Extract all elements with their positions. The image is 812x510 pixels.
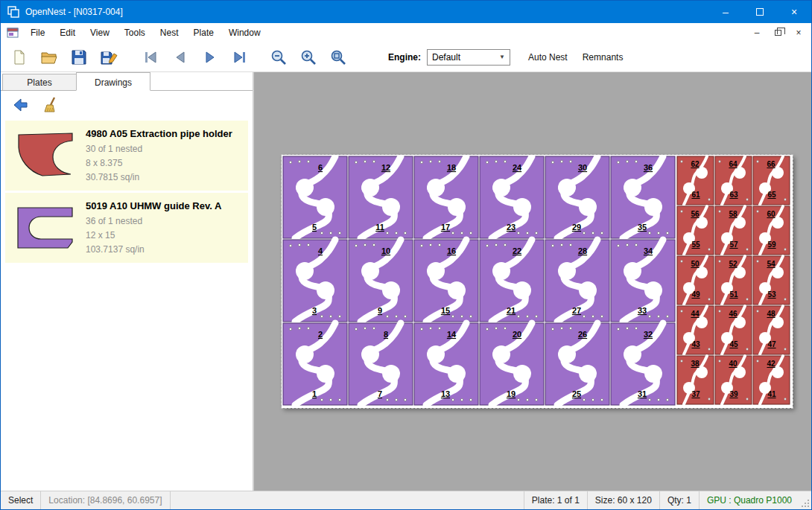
nest-svg: 6512111817242330293635431091615222128273… [282, 155, 793, 408]
part-number: 42 [767, 360, 775, 368]
nested-part-pair-red[interactable]: 4241 [753, 356, 790, 404]
nested-part-pair-purple[interactable]: 65 [283, 156, 347, 238]
new-file-icon [11, 49, 28, 66]
part-number: 16 [447, 246, 456, 255]
nested-part-pair-red[interactable]: 6665 [753, 156, 790, 205]
nested-part-pair-red[interactable]: 3837 [677, 356, 714, 404]
nested-part-pair-red[interactable]: 4039 [715, 356, 752, 404]
status-mode: Select [1, 491, 41, 509]
part-number: 1 [312, 389, 317, 398]
part-number: 51 [729, 290, 738, 299]
nested-part-pair-red[interactable]: 5453 [753, 256, 790, 305]
nested-part-pair-purple[interactable]: 109 [349, 240, 413, 322]
first-plate-button[interactable] [139, 46, 162, 68]
menu-plate[interactable]: Plate [186, 24, 221, 42]
next-plate-button[interactable] [199, 46, 221, 68]
part-number: 63 [729, 191, 738, 199]
status-gpu: GPU : Quadro P1000 [699, 491, 799, 509]
menu-window[interactable]: Window [221, 24, 268, 42]
nested-part-pair-purple[interactable]: 3231 [611, 323, 675, 405]
drawing-list-item[interactable]: 5019 A10 UHMW guide Rev. A 36 of 1 neste… [5, 193, 248, 263]
save-button[interactable] [68, 46, 90, 68]
nested-part-pair-purple[interactable]: 1211 [349, 156, 413, 238]
part-number: 30 [578, 163, 587, 172]
nested-part-pair-purple[interactable]: 21 [283, 323, 347, 405]
status-bar: Select Location: [84.8696, 60.6957] Plat… [1, 491, 811, 509]
nested-part-pair-red[interactable]: 5857 [715, 206, 752, 255]
panel-tabstrip: Plates Drawings [1, 72, 253, 91]
tab-drawings[interactable]: Drawings [76, 72, 150, 91]
maximize-button[interactable] [743, 1, 777, 23]
clear-button[interactable] [41, 95, 62, 115]
menu-tools[interactable]: Tools [117, 24, 153, 42]
part-number: 25 [572, 389, 581, 398]
send-back-button[interactable] [10, 95, 31, 115]
part-number: 45 [729, 340, 738, 348]
previous-plate-button[interactable] [169, 46, 191, 68]
previous-arrow-icon [172, 49, 188, 66]
nested-part-pair-purple[interactable]: 2423 [480, 156, 544, 238]
nested-part-pair-purple[interactable]: 2625 [545, 323, 609, 405]
part-number: 18 [447, 163, 456, 172]
nested-part-pair-purple[interactable]: 3433 [611, 240, 675, 322]
mdi-close-button[interactable]: × [792, 27, 805, 39]
nested-part-pair-purple[interactable]: 3029 [545, 156, 609, 238]
zoom-out-button[interactable] [267, 46, 290, 68]
next-arrow-icon [202, 49, 218, 66]
part-number: 38 [691, 360, 700, 368]
nested-part-pair-red[interactable]: 5049 [677, 256, 714, 305]
nested-part-pair-red[interactable]: 6261 [677, 156, 714, 205]
part-number: 15 [441, 306, 450, 315]
mdi-document-icon[interactable] [7, 27, 19, 39]
engine-dropdown[interactable]: Default ▼ [427, 49, 510, 66]
nested-part-pair-red[interactable]: 4443 [677, 306, 714, 354]
save-as-button[interactable] [98, 46, 120, 68]
menu-file[interactable]: File [23, 24, 52, 42]
nest-canvas-area[interactable]: 6512111817242330293635431091615222128273… [254, 72, 811, 491]
nested-part-pair-red[interactable]: 4847 [753, 306, 790, 354]
zoom-in-button[interactable] [297, 46, 320, 68]
open-folder-icon [40, 49, 58, 66]
part-number: 53 [767, 290, 776, 299]
menu-view[interactable]: View [83, 24, 117, 42]
plate[interactable]: 6512111817242330293635431091615222128273… [282, 155, 793, 408]
close-button[interactable]: × [777, 1, 811, 23]
nested-part-pair-red[interactable]: 4645 [715, 306, 752, 354]
main-toolbar: Engine: Default ▼ Auto Nest Remnants [1, 42, 811, 72]
resize-grip[interactable] [799, 491, 811, 509]
last-plate-button[interactable] [229, 46, 251, 68]
open-button[interactable] [38, 46, 60, 68]
part-number: 59 [767, 240, 776, 249]
nested-part-pair-red[interactable]: 6463 [715, 156, 752, 205]
tab-plates[interactable]: Plates [2, 74, 77, 90]
part-number: 50 [691, 260, 700, 268]
nested-part-pair-purple[interactable]: 2019 [480, 323, 544, 405]
nested-part-pair-purple[interactable]: 2221 [480, 240, 544, 322]
nested-part-pair-red[interactable]: 5655 [677, 206, 714, 255]
nested-part-pair-purple[interactable]: 1615 [414, 240, 478, 322]
nested-part-pair-purple[interactable]: 2827 [545, 240, 609, 322]
nested-part-pair-purple[interactable]: 87 [349, 323, 413, 405]
menu-nest[interactable]: Nest [153, 24, 186, 42]
mdi-minimize-button[interactable]: – [750, 27, 764, 39]
minimize-button[interactable]: – [708, 1, 743, 23]
drawing-list-item[interactable]: 4980 A05 Extraction pipe holder 30 of 1 … [5, 121, 248, 191]
mdi-restore-button[interactable] [771, 27, 784, 39]
zoom-fit-button[interactable] [327, 46, 349, 68]
nested-part-pair-purple[interactable]: 43 [283, 240, 347, 322]
auto-nest-button[interactable]: Auto Nest [521, 48, 575, 67]
menu-edit[interactable]: Edit [52, 24, 83, 42]
new-button[interactable] [8, 46, 31, 68]
nested-part-pair-purple[interactable]: 1817 [414, 156, 478, 238]
status-location: Location: [84.8696, 60.6957] [41, 491, 170, 509]
nested-part-pair-purple[interactable]: 1413 [414, 323, 478, 405]
remnants-button[interactable]: Remnants [575, 48, 631, 67]
nested-part-pair-red[interactable]: 5251 [715, 256, 752, 305]
first-arrow-icon [142, 49, 159, 66]
part-number: 65 [767, 191, 776, 199]
nested-part-pair-red[interactable]: 6059 [753, 206, 790, 255]
part-number: 49 [691, 290, 700, 299]
zoom-in-icon [299, 48, 317, 66]
part-number: 23 [507, 223, 516, 232]
nested-part-pair-purple[interactable]: 3635 [611, 156, 675, 238]
